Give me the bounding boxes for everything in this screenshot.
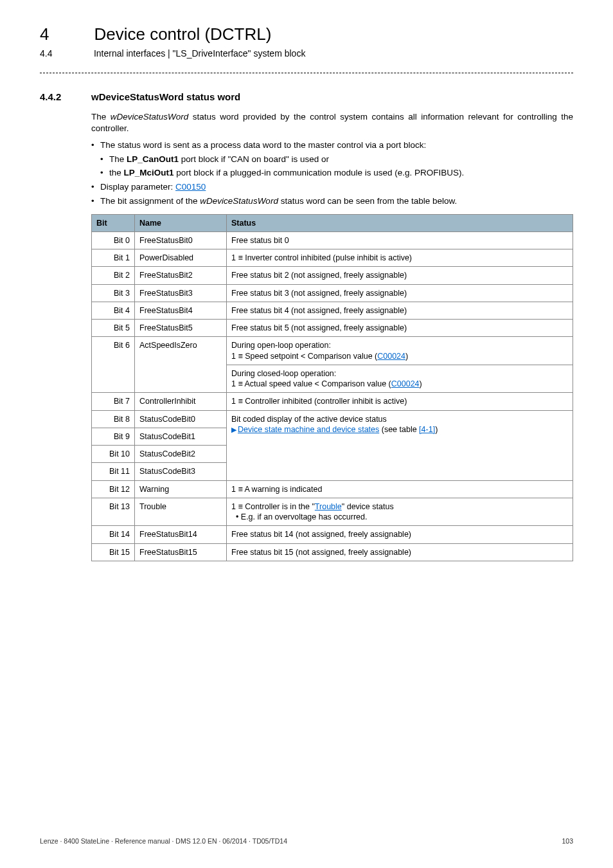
link-table-4-1[interactable]: [4-1] (419, 425, 435, 434)
text: Display parameter: (100, 182, 175, 192)
cell-name: StatusCodeBit3 (135, 463, 227, 480)
table-row: Bit 2 FreeStatusBit2 Free status bit 2 (… (92, 267, 573, 284)
cell-name: PowerDisabled (135, 249, 227, 267)
bit-assignment-table: Bit Name Status Bit 0 FreeStatusBit0 Fre… (91, 214, 573, 561)
chapter-number: 4 (40, 24, 91, 44)
cell-bit: Bit 14 (92, 526, 135, 543)
cell-bit: Bit 8 (92, 410, 135, 428)
table-row: Bit 1 PowerDisabled 1 ≡ Inverter control… (92, 249, 573, 267)
table-row: During closed-loop operation: 1 ≡ Actual… (92, 365, 573, 393)
text: 1 ≡ Actual speed value < Comparison valu… (231, 379, 391, 388)
cell-name: ActSpeedIsZero (135, 337, 227, 365)
body-content: The wDeviceStatusWord status word provid… (91, 111, 573, 561)
cell-name: FreeStatusBit0 (135, 231, 227, 249)
table-row: Bit 4 FreeStatusBit4 Free status bit 4 (… (92, 302, 573, 319)
cell-status: Free status bit 2 (not assigned, freely … (227, 267, 573, 284)
text: port block if "CAN on board" is used or (179, 154, 329, 164)
cell-bit: Bit 0 (92, 231, 135, 249)
list-item: The bit assignment of the wDeviceStatusW… (91, 195, 573, 207)
emphasis: wDeviceStatusWord (111, 112, 189, 122)
table-row: Bit 13 Trouble 1 ≡ Controller is in the … (92, 498, 573, 526)
cell-status: 1 ≡ Controller inhibited (controller inh… (227, 393, 573, 410)
text: The (109, 154, 127, 164)
cell-name: FreeStatusBit15 (135, 543, 227, 561)
subsection-title: Internal interfaces | "LS_DriveInterface… (94, 48, 306, 59)
footer-left: Lenze · 8400 StateLine · Reference manua… (40, 837, 287, 845)
cell-name: StatusCodeBit0 (135, 410, 227, 428)
section-title: wDeviceStatusWord status word (91, 91, 240, 102)
text: The (91, 112, 111, 122)
cell-bit: Bit 2 (92, 267, 135, 284)
cell-bit: Bit 10 (92, 446, 135, 463)
list-item: Display parameter: C00150 (91, 181, 573, 193)
text: (see table (379, 425, 419, 434)
cell-bit: Bit 6 (92, 337, 135, 365)
table-row: Bit 5 FreeStatusBit5 Free status bit 5 (… (92, 320, 573, 337)
cell-bit-empty (92, 365, 135, 393)
table-row: Bit 12 Warning 1 ≡ A warning is indicate… (92, 480, 573, 498)
page-number: 103 (562, 837, 573, 845)
cell-status: 1 ≡ Controller is in the "Trouble" devic… (227, 498, 573, 526)
text: During open-loop operation: (231, 341, 331, 350)
nested-list: The LP_CanOut1 port block if "CAN on boa… (100, 154, 573, 179)
col-header-name: Name (135, 214, 227, 231)
cell-name: FreeStatusBit3 (135, 284, 227, 302)
link-trouble[interactable]: Trouble (315, 502, 342, 511)
cell-bit: Bit 3 (92, 284, 135, 302)
cell-status: Free status bit 5 (not assigned, freely … (227, 320, 573, 337)
cell-status: 1 ≡ Inverter control inhibited (pulse in… (227, 249, 573, 267)
cell-status: 1 ≡ A warning is indicated (227, 480, 573, 498)
link-c00024[interactable]: C00024 (391, 379, 420, 388)
cell-status: During closed-loop operation: 1 ≡ Actual… (227, 365, 573, 393)
col-header-status: Status (227, 214, 573, 231)
list-item: The status word is sent as a process dat… (91, 140, 573, 179)
text: the (109, 168, 124, 177)
cell-name: FreeStatusBit14 (135, 526, 227, 543)
section-number: 4.4.2 (40, 91, 91, 102)
cell-name: StatusCodeBit1 (135, 428, 227, 445)
cell-status-merged: Bit coded display of the active device s… (227, 410, 573, 480)
cell-name: FreeStatusBit4 (135, 302, 227, 319)
cell-status: Free status bit 3 (not assigned, freely … (227, 284, 573, 302)
cell-name: Trouble (135, 498, 227, 526)
text: ) (435, 425, 438, 434)
table-row: Bit 15 FreeStatusBit15 Free status bit 1… (92, 543, 573, 561)
cell-bit: Bit 7 (92, 393, 135, 410)
cell-name: Warning (135, 480, 227, 498)
text: Bit coded display of the active device s… (231, 415, 387, 424)
cell-status: Free status bit 4 (not assigned, freely … (227, 302, 573, 319)
cell-bit: Bit 12 (92, 480, 135, 498)
link-c00150[interactable]: C00150 (175, 182, 206, 192)
table-row: Bit 3 FreeStatusBit3 Free status bit 3 (… (92, 284, 573, 302)
col-header-bit: Bit (92, 214, 135, 231)
cell-bit: Bit 4 (92, 302, 135, 319)
text: The status word is sent as a process dat… (100, 140, 426, 150)
cell-bit: Bit 11 (92, 463, 135, 480)
chapter-title: Device control (DCTRL) (94, 24, 271, 44)
cell-name: ControllerInhibit (135, 393, 227, 410)
text: • E.g. if an overvoltage has occurred. (236, 512, 368, 521)
text: 1 ≡ Controller is in the " (231, 502, 315, 511)
link-device-states[interactable]: Device state machine and device states (238, 425, 379, 434)
intro-paragraph: The wDeviceStatusWord status word provid… (91, 111, 573, 134)
text: ) (420, 379, 422, 388)
cell-status: Free status bit 15 (not assigned, freely… (227, 543, 573, 561)
cell-name: FreeStatusBit2 (135, 267, 227, 284)
text: 1 ≡ Speed setpoint < Comparison value ( (231, 352, 377, 361)
table-row: Bit 6 ActSpeedIsZero During open-loop op… (92, 337, 573, 365)
text: ) (405, 352, 408, 361)
cell-bit: Bit 13 (92, 498, 135, 526)
table-header-row: Bit Name Status (92, 214, 573, 231)
bold-text: LP_MciOut1 (124, 168, 174, 177)
table-row: Bit 0 FreeStatusBit0 Free status bit 0 (92, 231, 573, 249)
cell-name-empty (135, 365, 227, 393)
text: port block if a plugged-in communication… (174, 168, 465, 177)
cell-status: Free status bit 14 (not assigned, freely… (227, 526, 573, 543)
text: status word can be seen from the table b… (278, 196, 457, 206)
table-row: Bit 7 ControllerInhibit 1 ≡ Controller i… (92, 393, 573, 410)
cell-bit: Bit 1 (92, 249, 135, 267)
link-c00024[interactable]: C00024 (377, 352, 405, 361)
table-row: Bit 14 FreeStatusBit14 Free status bit 1… (92, 526, 573, 543)
cell-bit: Bit 9 (92, 428, 135, 445)
page-header: 4 Device control (DCTRL) 4.4 Internal in… (40, 24, 573, 59)
